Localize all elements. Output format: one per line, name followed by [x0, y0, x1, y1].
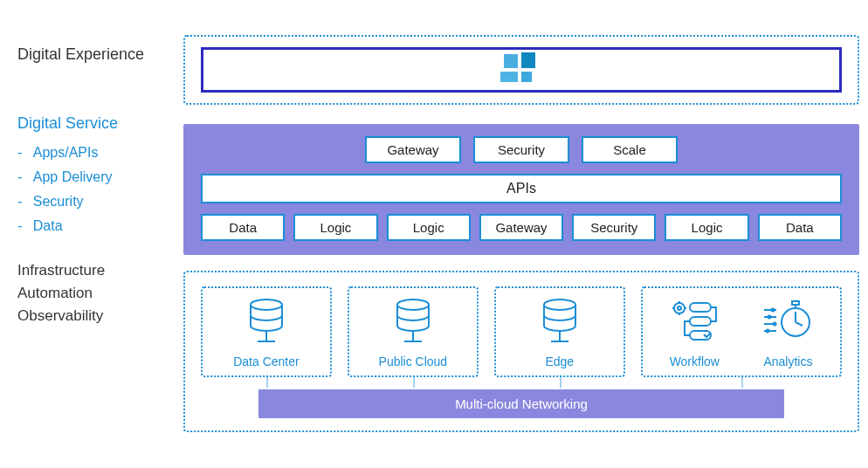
label-infrastructure: Infrastructure	[17, 262, 183, 279]
label-observability: Observability	[17, 307, 183, 325]
label-automation: Automation	[17, 285, 183, 302]
svg-point-28	[774, 323, 776, 326]
database-icon	[208, 297, 325, 349]
chip-security-top: Security	[473, 136, 569, 163]
chip-gateway-top: Gateway	[365, 136, 461, 163]
chip-gateway-bottom: Gateway	[479, 214, 563, 241]
infra-row: Data Center Public Cloud	[201, 286, 842, 377]
database-icon	[355, 297, 472, 349]
label-infrastructure-group: Infrastructure Automation Observability	[17, 262, 183, 325]
infrastructure-layer: Data Center Public Cloud	[183, 271, 859, 432]
infra-cell-edge: Edge	[494, 286, 625, 377]
chip-data-2: Data	[758, 214, 842, 241]
architecture-diagram: Digital Experience Digital Service Apps/…	[0, 0, 868, 450]
label-digital-experience: Digital Experience	[17, 45, 183, 64]
database-icon	[501, 297, 618, 349]
analytics-icon	[762, 297, 813, 349]
diagram-column: Gateway Security Scale APIs Data Logic L…	[183, 35, 859, 432]
svg-point-30	[767, 330, 769, 333]
chip-logic-2: Logic	[387, 214, 471, 241]
infra-cell-workflow-analytics: Workflow	[641, 286, 842, 377]
experience-app-frame	[201, 47, 842, 93]
service-top-row: Gateway Security Scale	[201, 136, 842, 163]
infra-cell-public-cloud: Public Cloud	[348, 286, 479, 377]
infra-label-analytics: Analytics	[762, 354, 813, 368]
svg-point-26	[768, 316, 771, 319]
infra-cell-data-center: Data Center	[201, 286, 332, 377]
svg-rect-20	[792, 301, 799, 305]
digital-service-sublist: Apps/APIs App Delivery Security Data	[17, 145, 183, 234]
subitem-apps-apis: Apps/APIs	[17, 145, 183, 161]
svg-point-3	[397, 299, 429, 310]
chip-scale: Scale	[582, 136, 678, 163]
labels-column: Digital Experience Digital Service Apps/…	[17, 35, 183, 432]
digital-experience-layer	[183, 35, 859, 105]
svg-point-10	[678, 306, 681, 310]
subitem-app-delivery: App Delivery	[17, 169, 183, 185]
infra-label-workflow: Workflow	[669, 354, 720, 368]
svg-rect-16	[690, 317, 711, 326]
label-digital-service: Digital Service	[17, 114, 183, 133]
multi-cloud-networking-bar: Multi-cloud Networking	[258, 389, 784, 418]
tiles-icon	[504, 54, 539, 86]
svg-line-22	[796, 322, 803, 326]
svg-point-6	[544, 299, 575, 310]
svg-point-24	[772, 309, 775, 312]
chip-logic-1: Logic	[293, 214, 377, 241]
svg-point-9	[674, 303, 685, 313]
service-bottom-row: Data Logic Logic Gateway Security Logic …	[201, 214, 842, 241]
subitem-security: Security	[17, 194, 183, 210]
digital-service-layer: Gateway Security Scale APIs Data Logic L…	[183, 124, 859, 255]
subitem-data: Data	[17, 218, 183, 234]
chip-logic-3: Logic	[665, 214, 748, 241]
apis-bar: APIs	[201, 174, 842, 203]
svg-rect-15	[690, 303, 711, 312]
svg-point-0	[251, 299, 282, 310]
chip-data-1: Data	[201, 214, 285, 241]
workflow-icon	[669, 297, 720, 349]
infra-label-public-cloud: Public Cloud	[355, 354, 472, 368]
chip-security-bottom: Security	[572, 214, 656, 241]
infra-label-edge: Edge	[501, 354, 618, 368]
infra-label-data-center: Data Center	[208, 354, 325, 368]
